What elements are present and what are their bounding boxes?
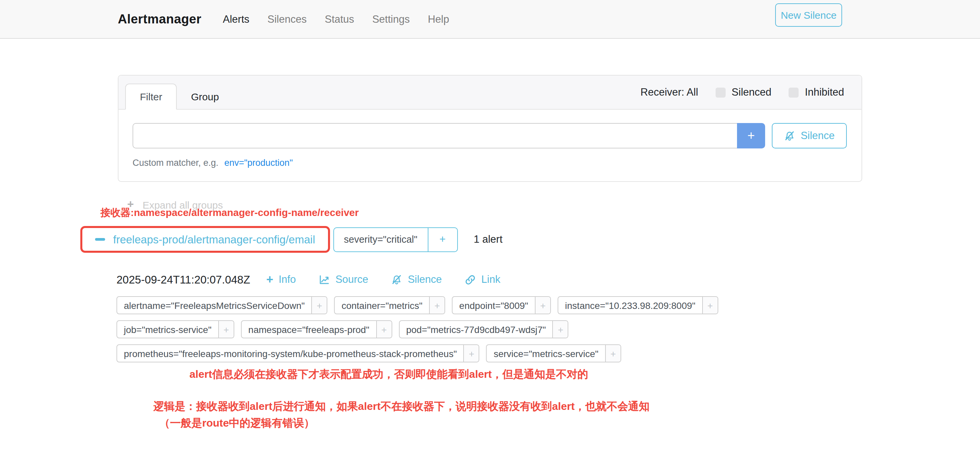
label-add-button[interactable]: + xyxy=(463,345,479,362)
group-matcher-label[interactable]: severity="critical" xyxy=(334,228,428,251)
nav-item-status[interactable]: Status xyxy=(325,13,354,25)
nav-item-help[interactable]: Help xyxy=(428,13,449,25)
alertmanager-page: Alertmanager Alerts Silences Status Sett… xyxy=(0,0,980,450)
label-chip-text[interactable]: instance="10.233.98.209:8009" xyxy=(558,297,702,314)
label-chip: namespace="freeleaps-prod" + xyxy=(241,320,392,338)
filter-tabs: Filter Group xyxy=(125,84,233,110)
matcher-example-link[interactable]: env="production" xyxy=(224,158,293,168)
alert-info-button[interactable]: + Info xyxy=(266,274,296,285)
label-chip-text[interactable]: namespace="freeleaps-prod" xyxy=(242,321,376,338)
label-chip: service="metrics-service" + xyxy=(486,344,621,363)
alert-group-row: freeleaps-prod/alertmanager-config/email… xyxy=(80,226,503,253)
alert-silence-label: Silence xyxy=(408,274,442,285)
filter-card-header: Filter Group Receiver: All Silenced Inhi… xyxy=(118,76,862,110)
filter-card-body: + Silence Custom matcher, e.g. env="prod… xyxy=(118,110,862,168)
chart-icon xyxy=(319,274,330,285)
label-row: alertname="FreeleapsMetricsServiceDown" … xyxy=(116,296,718,314)
nav-item-alerts[interactable]: Alerts xyxy=(223,13,249,25)
filter-card: Filter Group Receiver: All Silenced Inhi… xyxy=(118,75,862,182)
annotation-bottom-line1: 逻辑是：接收器收到alert后进行通知，如果alert不在接收器下，说明接收器没… xyxy=(153,398,650,415)
silenced-checkbox-label[interactable]: Silenced xyxy=(732,86,772,98)
group-receiver-link[interactable]: freeleaps-prod/alertmanager-config/email xyxy=(113,233,315,246)
label-chip: prometheus="freeleaps-monitoring-system/… xyxy=(116,344,480,363)
alert-info-label: Info xyxy=(278,274,296,285)
plus-icon: + xyxy=(266,274,273,285)
matcher-input-group: + Silence xyxy=(132,123,847,149)
alert-link-label: Link xyxy=(481,274,500,285)
label-chip-text[interactable]: service="metrics-service" xyxy=(487,345,605,362)
label-add-button[interactable]: + xyxy=(553,321,568,338)
nav-item-silences[interactable]: Silences xyxy=(267,13,307,25)
silence-filter-button[interactable]: Silence xyxy=(772,123,847,149)
silenced-checkbox[interactable] xyxy=(716,87,725,97)
label-add-button[interactable]: + xyxy=(376,321,391,338)
bell-slash-icon xyxy=(784,130,795,141)
label-chip-text[interactable]: container="metrics" xyxy=(335,297,429,314)
annotation-highlight-box: freeleaps-prod/alertmanager-config/email xyxy=(80,226,330,253)
label-chip: endpoint="8009" + xyxy=(452,296,551,314)
receiver-filter[interactable]: Receiver: All xyxy=(641,86,698,98)
alert-labels: alertname="FreeleapsMetricsServiceDown" … xyxy=(116,296,718,363)
label-chip: container="metrics" + xyxy=(334,296,445,314)
label-chip: alertname="FreeleapsMetricsServiceDown" … xyxy=(116,296,327,314)
top-navbar: Alertmanager Alerts Silences Status Sett… xyxy=(0,0,980,39)
alert-header-row: 2025-09-24T11:20:07.048Z + Info Source xyxy=(116,271,523,288)
silence-filter-label: Silence xyxy=(800,130,835,142)
label-add-button[interactable]: + xyxy=(605,345,620,362)
label-chip: job="metrics-service" + xyxy=(116,320,234,338)
add-matcher-button[interactable]: + xyxy=(737,123,765,149)
label-chip-text[interactable]: endpoint="8009" xyxy=(452,297,535,314)
app-brand[interactable]: Alertmanager xyxy=(118,12,202,26)
label-row: prometheus="freeleaps-monitoring-system/… xyxy=(116,344,718,363)
alert-count: 1 alert xyxy=(474,233,503,246)
alert-source-label: Source xyxy=(336,274,368,285)
alert-silence-button[interactable]: Silence xyxy=(391,274,442,285)
label-chip-text[interactable]: job="metrics-service" xyxy=(117,321,218,338)
main-nav: Alerts Silences Status Settings Help xyxy=(223,13,467,25)
label-add-button[interactable]: + xyxy=(218,321,234,338)
link-icon xyxy=(465,274,476,285)
group-matcher-add-button[interactable]: + xyxy=(427,228,457,251)
annotation-bottom-line2: （一般是route中的逻辑有错误） xyxy=(153,415,650,431)
label-chip-text[interactable]: pod="metrics-77d9cdb497-wdsj7" xyxy=(399,321,553,338)
annotation-receiver-note: 接收器:namespace/altermanager-config-name/r… xyxy=(100,207,359,219)
group-matcher-buttons: severity="critical" + xyxy=(333,227,458,252)
label-add-button[interactable]: + xyxy=(311,297,327,314)
new-silence-button[interactable]: New Silence xyxy=(775,3,842,27)
annotation-mid-note: alert信息必须在接收器下才表示配置成功，否则即使能看到alert，但是通知是… xyxy=(189,368,588,382)
alert-timestamp: 2025-09-24T11:20:07.048Z xyxy=(116,273,250,286)
tab-group[interactable]: Group xyxy=(177,84,233,110)
collapse-group-icon[interactable] xyxy=(95,238,105,241)
alert-source-link[interactable]: Source xyxy=(319,274,368,285)
label-add-button[interactable]: + xyxy=(535,297,550,314)
label-chip: pod="metrics-77d9cdb497-wdsj7" + xyxy=(399,320,569,338)
matcher-hint: Custom matcher, e.g. env="production" xyxy=(132,158,847,168)
label-chip: instance="10.233.98.209:8009" + xyxy=(558,296,718,314)
alert-link-button[interactable]: Link xyxy=(465,274,500,285)
matcher-hint-text: Custom matcher, e.g. xyxy=(132,158,218,168)
label-add-button[interactable]: + xyxy=(429,297,444,314)
label-chip-text[interactable]: alertname="FreeleapsMetricsServiceDown" xyxy=(117,297,311,314)
nav-item-settings[interactable]: Settings xyxy=(372,13,410,25)
tab-filter[interactable]: Filter xyxy=(125,84,177,110)
inhibited-checkbox[interactable] xyxy=(789,87,799,97)
annotation-bottom-note: 逻辑是：接收器收到alert后进行通知，如果alert不在接收器下，说明接收器没… xyxy=(153,398,650,431)
label-add-button[interactable]: + xyxy=(702,297,718,314)
filter-options: Receiver: All Silenced Inhibited xyxy=(641,76,844,109)
label-chip-text[interactable]: prometheus="freeleaps-monitoring-system/… xyxy=(117,345,463,362)
label-row: job="metrics-service" + namespace="freel… xyxy=(116,320,718,338)
matcher-input[interactable] xyxy=(132,123,737,149)
inhibited-checkbox-label[interactable]: Inhibited xyxy=(805,86,844,98)
bell-slash-icon xyxy=(391,274,402,285)
